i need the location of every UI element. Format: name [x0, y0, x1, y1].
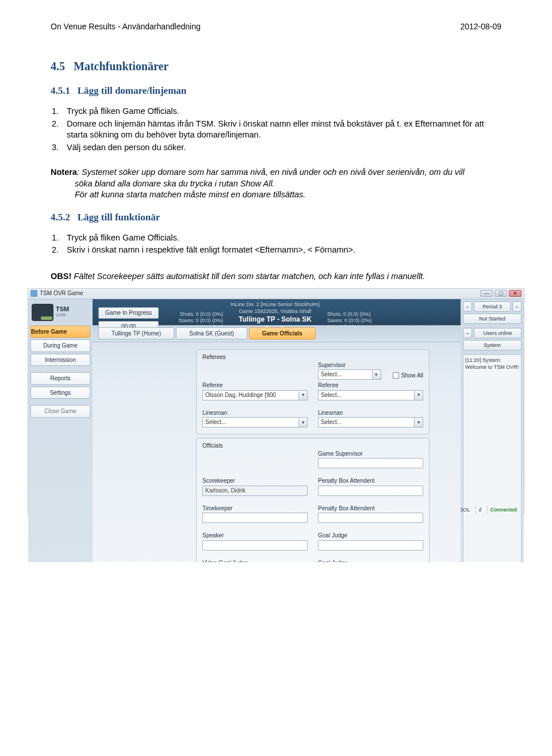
window-titlebar: TSM OVR Game — ▢ ✕: [28, 289, 524, 299]
period-next-button[interactable]: –: [512, 301, 522, 312]
section-4-5-1-header: 4.5.1 Lägg till domare/linjeman: [51, 85, 501, 98]
penalty-box2-input[interactable]: [318, 513, 423, 523]
logo-subtext: OVR: [56, 312, 69, 319]
linesman2-value: Select...: [318, 417, 414, 427]
chevron-down-icon: ▾: [414, 417, 423, 427]
game-header: Game In Progress 00:00 Shots: 0 (0:0) (0…: [93, 299, 461, 326]
group-legend: Officials: [202, 442, 223, 449]
referee-label: Referee: [318, 381, 423, 390]
period-prev-button[interactable]: –: [463, 301, 472, 312]
subsection-title: Lägg till domare/linjeman: [78, 85, 187, 96]
right-sidebar: – Period 3 – Not Started – Users online: [461, 299, 524, 562]
subsection-num: 4.5.1: [51, 85, 70, 96]
steps-list-452: Tryck på fliken Game Officials. Skriv i …: [61, 232, 501, 256]
goal-judge-label: Goal Judge: [318, 532, 423, 540]
tab-guest-team[interactable]: Solna SK (Guest): [176, 327, 247, 340]
referee2-select[interactable]: Select... ▾: [318, 390, 423, 400]
app-screenshot: TSM OVR Game — ▢ ✕ TSM OVR: [28, 288, 524, 515]
period-button[interactable]: Period 3: [474, 301, 511, 312]
status-d: d: [476, 506, 484, 514]
obs-block: OBS! Fältet Scorekeeper sätts automatisk…: [51, 271, 501, 282]
timekeeper-input[interactable]: [202, 513, 308, 523]
stat-shots-guest: Shots: 0 (0:0) (0%): [327, 311, 392, 318]
notera-body: söka bland alla domare ska du trycka i r…: [75, 178, 501, 190]
sidebar-item-reports[interactable]: Reports: [30, 372, 90, 385]
notera-body: För att kunna starta matchen måste minst…: [75, 189, 501, 201]
obs-label: OBS!: [51, 272, 71, 281]
goal-judge1-input[interactable]: [318, 540, 423, 551]
minimize-button[interactable]: —: [480, 290, 493, 297]
penalty-box-attendent-label: Penalty Box Attendent: [318, 477, 423, 485]
speaker-label: Speaker: [202, 532, 308, 540]
system-button[interactable]: System: [463, 340, 522, 350]
referee1-select[interactable]: Olsson Dag, Huddinge [900 ▾: [202, 390, 308, 400]
referees-group: Referees Supervisor Select... ▾: [196, 349, 430, 434]
video-goal-judge-label: Video Goal Judge: [202, 559, 308, 562]
game-supervisor-input[interactable]: [318, 458, 423, 468]
users-online-button[interactable]: Users online: [474, 328, 522, 338]
users-prev-button[interactable]: –: [463, 328, 472, 338]
notera-label: Notera: [51, 167, 77, 177]
show-all-label: Show All: [401, 372, 423, 380]
officials-group: Officials Game Supervisor Scorekeeper Ka…: [196, 438, 430, 562]
speaker-input[interactable]: [202, 540, 308, 551]
chat-log: [11:20] System: Welcome to TSM OVR!: [463, 355, 521, 562]
maximize-button[interactable]: ▢: [494, 290, 507, 297]
supervisor-value: Select...: [318, 369, 372, 380]
sidebar-item-before-game[interactable]: Before Game: [30, 326, 90, 338]
tab-game-officials[interactable]: Game Officials: [249, 327, 316, 340]
chevron-down-icon: ▾: [298, 390, 308, 400]
list-item: Domare och linjemän hämtas ifrån TSM. Sk…: [61, 119, 501, 141]
doc-header-right: 2012-08-09: [460, 22, 501, 31]
stat-saves-home: Saves: 0 (0:0) (0%): [159, 318, 223, 324]
game-in-progress-button[interactable]: Game In Progress: [98, 307, 159, 319]
not-started-button[interactable]: Not Started: [463, 314, 522, 324]
timekeeper-label: Timekeeper: [202, 505, 308, 513]
sidebar-item-intermission[interactable]: Intermission: [30, 354, 90, 366]
sidebar-item-settings[interactable]: Settings: [30, 387, 90, 399]
skate-icon: [32, 304, 53, 321]
sidebar-item-during-game[interactable]: During Game: [30, 339, 90, 352]
sidebar-item-close-game[interactable]: Close Game: [30, 405, 90, 418]
stat-shots-home: Shots: 0 (0:0) (0%): [159, 311, 223, 318]
list-item: Tryck på fliken Game Officials.: [61, 232, 501, 244]
match-info: InLine Div. 2 [InLine Senior Stockholm] …: [228, 301, 323, 315]
list-item: Tryck på fliken Game Officials.: [61, 106, 501, 117]
teams-label: Tullinge TP - Solna SK: [228, 315, 323, 324]
list-item: Välj sedan den person du söker.: [61, 142, 501, 154]
doc-header-left: On Venue Results - Användarhandledning: [51, 22, 201, 31]
show-all-checkbox[interactable]: [393, 372, 399, 379]
stat-saves-guest: Saves: 0 (0:0) (0%): [327, 318, 392, 324]
linesman1-select[interactable]: Select... ▾: [202, 417, 308, 427]
chevron-down-icon: ▾: [372, 369, 381, 380]
chat-panel: [11:20] System: Welcome to TSM OVR! Writ…: [463, 354, 522, 562]
section-num: 4.5: [51, 60, 65, 72]
stat-pim-guest: PIM: 0 (0:0): [327, 324, 392, 330]
section-4-5-2-header: 4.5.2 Lägg till funktionär: [51, 211, 501, 224]
linesman1-value: Select...: [202, 417, 298, 427]
chevron-down-icon: ▾: [298, 417, 308, 427]
app-icon: [30, 290, 37, 297]
obs-body: Fältet Scorekeeper sätts automatiskt til…: [71, 272, 425, 281]
linesman-label: Linesman: [202, 409, 308, 417]
referee-label: Referee: [202, 381, 308, 390]
subsection-num: 4.5.2: [51, 212, 70, 223]
officials-panel: Referees Supervisor Select... ▾: [189, 346, 436, 562]
supervisor-label: Supervisor: [318, 361, 381, 369]
chevron-down-icon: ▾: [414, 390, 423, 400]
section-title: Matchfunktionärer: [74, 60, 168, 72]
linesman2-select[interactable]: Select... ▾: [318, 417, 423, 427]
steps-list-451: Tryck på fliken Game Officials. Domare o…: [61, 106, 501, 153]
supervisor-select[interactable]: Select... ▾: [318, 369, 381, 380]
penalty-box-attendent-label: Penalty Box Attendent: [318, 505, 423, 513]
app-logo: TSM OVR: [30, 301, 90, 326]
tab-home-team[interactable]: Tullinge TP (Home): [98, 327, 174, 340]
scorekeeper-input: Karlsson, Didrik: [202, 486, 308, 496]
goal-judge-label: Goal Judge: [318, 559, 423, 562]
penalty-box1-input[interactable]: [318, 486, 423, 496]
subsection-title: Lägg till funktionär: [78, 212, 160, 223]
list-item: Skriv i önskat namn i respektive fält en…: [61, 245, 501, 256]
notera-body: : Systemet söker upp domare som har samm…: [77, 167, 465, 177]
close-button[interactable]: ✕: [509, 290, 522, 297]
notera-block: Notera: Systemet söker upp domare som ha…: [51, 167, 501, 201]
